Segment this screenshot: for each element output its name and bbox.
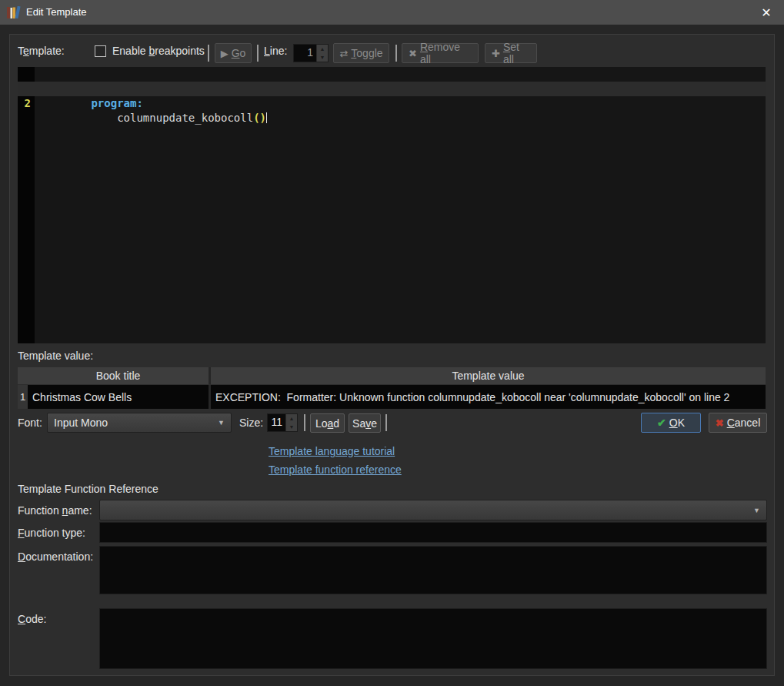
table-row[interactable]: 1 Christmas Cow Bells EXCEPTION: Formatt…: [18, 385, 766, 409]
enable-breakpoints-checkbox[interactable]: [95, 45, 106, 57]
size-label: Size:: [239, 417, 263, 429]
window-title: Edit Template: [26, 6, 87, 18]
set-all-label: Set all: [503, 41, 530, 65]
toolbar-separator: [257, 45, 259, 62]
template-value-table: Book title Template value 1 Christmas Co…: [18, 367, 766, 409]
save-button-label: Save: [352, 417, 377, 430]
column-header-book-title: Book title: [28, 367, 209, 384]
function-type-field: [99, 522, 767, 543]
line-number-spinner[interactable]: 1 ▲ ▼: [293, 44, 329, 62]
toggle-breakpoint-icon: ⇄: [339, 49, 348, 59]
template-value-cell: EXCEPTION: Formatter: Unknown function c…: [211, 385, 766, 409]
toolbar-separator: [395, 45, 397, 62]
table-corner: [18, 367, 28, 384]
template-label: Template:: [18, 45, 65, 57]
documentation-textarea[interactable]: [99, 546, 767, 594]
calibre-app-icon: [6, 5, 22, 20]
spin-up-icon[interactable]: ▲: [286, 414, 297, 423]
ok-button[interactable]: ✔ OK: [641, 413, 701, 433]
row-header: 1: [18, 385, 28, 409]
template-value-label: Template value:: [18, 350, 93, 362]
plus-icon: ✚: [492, 49, 500, 59]
dialog-content-frame: Template: Enable breakpoints ▶ Go Line: …: [9, 34, 775, 676]
save-button[interactable]: Save: [349, 413, 381, 433]
titlebar: Edit Template ✕: [0, 0, 784, 25]
edit-template-dialog: Edit Template ✕ Template: Enable breakpo…: [0, 0, 784, 686]
template-function-reference-link[interactable]: Template function reference: [269, 463, 402, 476]
go-button[interactable]: ▶ Go: [215, 43, 252, 63]
chevron-down-icon: ▼: [218, 419, 225, 427]
book-title-cell: Christmas Cow Bells: [28, 385, 209, 409]
function-code-textarea[interactable]: [99, 608, 767, 669]
chevron-down-icon: ▼: [753, 507, 760, 514]
code-line: 1 program:: [18, 67, 766, 82]
go-button-label: Go: [232, 47, 246, 59]
table-header-row: Book title Template value: [18, 367, 766, 384]
template-function-reference-heading: Template Function Reference: [18, 483, 158, 495]
close-button[interactable]: ✕: [753, 0, 779, 25]
line-number-value: 1: [294, 45, 316, 62]
cancel-button[interactable]: ✖ Cancel: [709, 413, 767, 433]
spin-down-icon[interactable]: ▼: [317, 53, 328, 62]
template-code-editor[interactable]: 1 program: 2 columnupdate_kobocoll(): [18, 67, 766, 343]
toolbar-separator: [208, 45, 209, 62]
load-button[interactable]: Load: [310, 413, 345, 433]
font-family-value: Input Mono: [54, 417, 108, 429]
enable-breakpoints-label: Enable breakpoints: [112, 45, 205, 57]
template-language-tutorial-link[interactable]: Template language tutorial: [269, 445, 395, 457]
spin-up-icon[interactable]: ▲: [317, 45, 328, 53]
line-label: Line:: [264, 45, 287, 57]
toggle-button[interactable]: ⇄ Toggle: [333, 43, 389, 63]
remove-x-icon: ✖: [409, 49, 417, 59]
function-name-label: Function name:: [18, 504, 92, 517]
remove-all-label: Remove all: [420, 41, 472, 65]
toggle-button-label: Toggle: [351, 47, 382, 59]
column-header-template-value: Template value: [211, 367, 766, 384]
play-icon: ▶: [221, 49, 229, 59]
cancel-x-icon: ✖: [716, 417, 724, 429]
text-cursor: [266, 112, 267, 123]
set-all-button[interactable]: ✚ Set all: [485, 43, 537, 63]
code-label: Code:: [18, 613, 46, 625]
font-size-value: 11: [268, 414, 285, 431]
line-number: 2: [18, 96, 35, 111]
code-token-keyword: program:: [91, 97, 142, 109]
toolbar-separator: [304, 414, 305, 431]
documentation-label: Documentation:: [18, 550, 93, 563]
code-token-plain: columnupdate_kobocoll: [91, 112, 253, 124]
check-icon: ✔: [657, 417, 666, 429]
function-type-label: Function type:: [18, 527, 85, 539]
font-size-spinner[interactable]: 11 ▲ ▼: [267, 413, 298, 432]
cancel-button-label: Cancel: [727, 417, 761, 429]
font-family-combobox[interactable]: Input Mono ▼: [47, 413, 232, 433]
toolbar-separator: [385, 414, 387, 431]
spin-down-icon[interactable]: ▼: [286, 423, 297, 431]
load-button-label: Load: [315, 417, 339, 430]
remove-all-button[interactable]: ✖ Remove all: [402, 43, 479, 63]
close-icon: ✕: [761, 5, 771, 20]
function-name-combobox[interactable]: ▼: [99, 500, 767, 520]
font-label: Font:: [18, 417, 42, 429]
code-token-bracket: (): [253, 112, 266, 124]
code-line-current: 2 columnupdate_kobocoll(): [18, 82, 766, 96]
ok-button-label: OK: [669, 417, 685, 429]
